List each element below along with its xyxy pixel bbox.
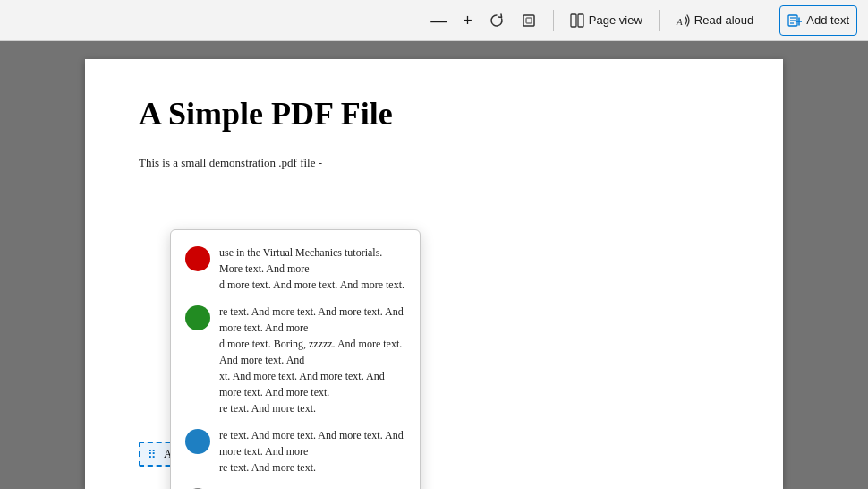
svg-rect-3	[578, 14, 583, 27]
color-green-text: re text. And more text. And more text. A…	[219, 304, 405, 416]
read-aloud-label: Read aloud	[694, 13, 754, 27]
page-view-button[interactable]: Page view	[563, 5, 650, 36]
zoom-in-button[interactable]: +	[455, 5, 480, 36]
divider-1	[553, 10, 554, 31]
red-circle	[185, 246, 210, 271]
zoom-controls: — +	[423, 5, 544, 36]
color-picker-popup: use in the Virtual Mechanics tutorials. …	[170, 229, 421, 489]
pdf-title: A Simple PDF File	[139, 95, 729, 133]
main-area: A Simple PDF File This is a small demons…	[0, 41, 868, 489]
minus-icon: —	[430, 13, 447, 29]
color-blue-text: re text. And more text. And more text. A…	[219, 427, 405, 476]
page-view-label: Page view	[589, 13, 642, 27]
pdf-page: A Simple PDF File This is a small demons…	[85, 59, 783, 489]
pageview-icon	[570, 13, 584, 28]
svg-rect-0	[523, 15, 534, 26]
color-option-black[interactable]: re text. And more text. And more text. A…	[182, 481, 409, 489]
color-option-blue[interactable]: re text. And more text. And more text. A…	[182, 422, 409, 481]
svg-rect-2	[571, 14, 576, 27]
divider-3	[770, 10, 770, 31]
pdf-body-text: This is a small demonstration .pdf file …	[139, 154, 729, 173]
fit-icon	[521, 13, 537, 29]
color-option-green[interactable]: re text. And more text. And more text. A…	[182, 298, 409, 422]
text-line-intro: This is a small demonstration .pdf file …	[139, 154, 729, 173]
read-aloud-button[interactable]: A Read aloud	[668, 5, 762, 36]
svg-text:A: A	[676, 16, 683, 27]
add-text-button[interactable]: Add text	[779, 5, 857, 36]
plus-icon: +	[463, 13, 472, 29]
zoom-out-button[interactable]: —	[423, 5, 454, 36]
drag-handle-icon: ⠿	[148, 448, 157, 461]
green-circle	[185, 305, 210, 330]
readaloud-icon: A	[676, 13, 690, 28]
rotate-button[interactable]	[481, 5, 512, 36]
color-red-text: use in the Virtual Mechanics tutorials. …	[219, 244, 405, 293]
divider-2	[659, 10, 660, 31]
svg-rect-1	[526, 18, 532, 23]
fit-page-button[interactable]	[514, 5, 544, 36]
color-option-red[interactable]: use in the Virtual Mechanics tutorials. …	[182, 239, 409, 298]
toolbar: — + Page view A	[0, 0, 868, 41]
blue-circle	[185, 429, 210, 454]
rotate-icon	[489, 13, 505, 29]
add-text-label: Add text	[806, 13, 849, 27]
addtext-icon	[787, 13, 802, 28]
pdf-viewer[interactable]: A Simple PDF File This is a small demons…	[0, 41, 868, 489]
